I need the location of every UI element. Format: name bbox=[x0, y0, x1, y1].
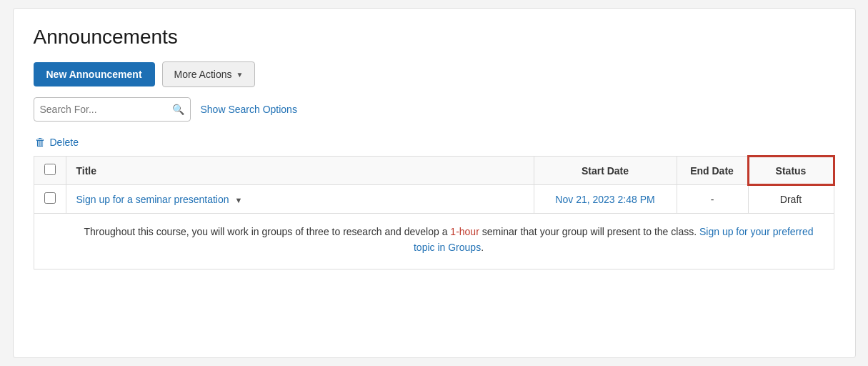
row-checkbox[interactable] bbox=[44, 192, 56, 204]
show-search-options-link[interactable]: Show Search Options bbox=[201, 104, 297, 115]
select-all-checkbox[interactable] bbox=[44, 164, 56, 175]
row-start-date: Nov 21, 2023 2:48 PM bbox=[555, 194, 654, 205]
new-announcement-button[interactable]: New Announcement bbox=[34, 62, 155, 86]
announcement-chevron-icon: ▼ bbox=[234, 196, 242, 204]
header-checkbox-col bbox=[34, 157, 66, 185]
header-end-date: End Date bbox=[677, 157, 748, 185]
trash-icon: 🗑 bbox=[35, 136, 46, 148]
header-status: Status bbox=[748, 157, 834, 185]
search-input[interactable] bbox=[40, 104, 172, 115]
row-status: Draft bbox=[780, 194, 802, 205]
page-container: Announcements New Announcement More Acti… bbox=[13, 8, 856, 358]
row-status-cell: Draft bbox=[748, 185, 834, 214]
preview-highlight: 1-hour bbox=[450, 226, 479, 237]
row-end-date-cell: - bbox=[677, 185, 748, 214]
header-start-date: Start Date bbox=[534, 157, 677, 185]
preview-row: Throughout this course, you will work in… bbox=[34, 214, 834, 269]
row-checkbox-cell bbox=[34, 185, 66, 214]
search-row: 🔍 Show Search Options bbox=[34, 97, 835, 122]
search-box: 🔍 bbox=[34, 97, 191, 122]
search-icon: 🔍 bbox=[172, 104, 184, 115]
preview-text-after: . bbox=[481, 242, 484, 253]
row-end-date: - bbox=[711, 194, 714, 205]
row-start-date-cell: Nov 21, 2023 2:48 PM bbox=[534, 185, 677, 214]
preview-cell: Throughout this course, you will work in… bbox=[34, 214, 834, 269]
table-row: Sign up for a seminar presentation ▼ Nov… bbox=[34, 185, 834, 214]
delete-link[interactable]: Delete bbox=[50, 137, 79, 148]
toolbar: New Announcement More Actions ▼ bbox=[34, 61, 835, 87]
row-title-cell: Sign up for a seminar presentation ▼ bbox=[66, 185, 534, 214]
actions-row: 🗑 Delete bbox=[34, 136, 835, 148]
page-title: Announcements bbox=[34, 26, 835, 49]
announcements-table: Title Start Date End Date Status Sign up… bbox=[34, 155, 835, 269]
chevron-down-icon: ▼ bbox=[236, 71, 243, 79]
more-actions-button[interactable]: More Actions ▼ bbox=[162, 61, 256, 87]
header-title: Title bbox=[66, 157, 534, 185]
preview-text-before: Throughout this course, you will work in… bbox=[84, 226, 451, 237]
preview-text-middle: seminar that your group will present to … bbox=[479, 226, 699, 237]
announcement-title-link[interactable]: Sign up for a seminar presentation bbox=[76, 194, 229, 205]
table-header-row: Title Start Date End Date Status bbox=[34, 157, 834, 185]
more-actions-label: More Actions bbox=[174, 69, 232, 80]
